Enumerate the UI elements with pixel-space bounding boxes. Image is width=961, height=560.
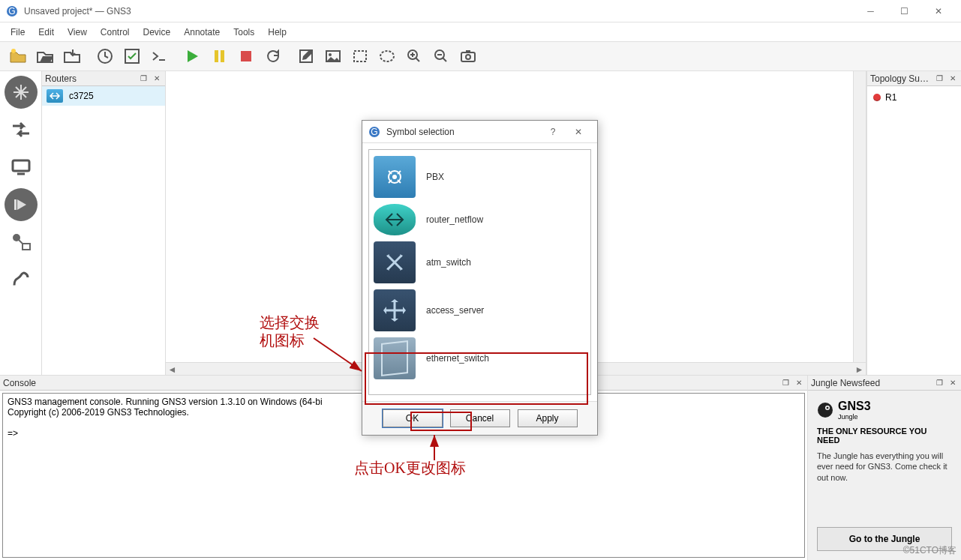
panel-close-icon[interactable]: ✕ <box>152 73 162 84</box>
routers-list: c3725 <box>42 86 165 375</box>
menu-control[interactable]: Control <box>95 25 136 39</box>
symbol-label: atm_switch <box>426 257 471 268</box>
symbol-item-access-server[interactable]: access_server <box>372 286 587 334</box>
svg-rect-19 <box>14 199 17 210</box>
apply-button[interactable]: Apply <box>518 409 578 427</box>
device-dock <box>0 71 42 375</box>
add-link-icon[interactable] <box>5 263 38 296</box>
newsfeed-panel-title: Jungle Newsfeed <box>811 378 931 388</box>
dialog-help-button[interactable]: ? <box>540 121 566 142</box>
svg-point-28 <box>392 175 397 179</box>
panel-close-icon[interactable]: ✕ <box>947 378 958 388</box>
play-icon[interactable] <box>179 43 206 69</box>
menu-file[interactable]: File <box>5 25 31 39</box>
topology-list: R1 <box>867 86 961 375</box>
scroll-right-icon[interactable]: ► <box>853 363 866 375</box>
svg-point-22 <box>818 403 833 418</box>
stop-icon[interactable] <box>233 43 260 69</box>
topology-item-r1[interactable]: R1 <box>872 91 956 104</box>
rect-select-icon[interactable] <box>347 43 374 69</box>
dialog-title-bar[interactable]: G Symbol selection ? ✕ <box>362 121 597 143</box>
panel-float-icon[interactable]: ❐ <box>934 378 944 388</box>
svg-rect-18 <box>13 160 29 171</box>
access-server-icon <box>374 289 416 331</box>
pbx-icon <box>374 156 416 198</box>
ellipse-select-icon[interactable] <box>374 43 401 69</box>
panel-close-icon[interactable]: ✕ <box>794 378 804 388</box>
topology-panel-title: Topology Su… <box>870 73 931 84</box>
maximize-button[interactable]: ☐ <box>887 0 921 22</box>
menu-tools[interactable]: Tools <box>227 25 260 39</box>
net-check-icon[interactable] <box>119 43 146 69</box>
symbol-item-router-netflow[interactable]: router_netflow <box>372 201 587 238</box>
panel-float-icon[interactable]: ❐ <box>780 378 791 388</box>
browse-switches-icon[interactable] <box>5 113 38 146</box>
svg-rect-7 <box>241 51 251 61</box>
cancel-button[interactable]: Cancel <box>450 409 510 427</box>
image-icon[interactable] <box>320 43 347 69</box>
svg-rect-17 <box>466 50 470 52</box>
dialog-title: Symbol selection <box>386 127 540 137</box>
menu-help[interactable]: Help <box>262 25 293 39</box>
router-item-c3725[interactable]: c3725 <box>42 86 165 106</box>
svg-rect-5 <box>215 50 218 62</box>
console-line: Copyright (c) 2006-2019 GNS3 Technologie… <box>8 407 189 418</box>
close-button[interactable]: ✕ <box>921 0 955 22</box>
svg-rect-21 <box>23 244 30 250</box>
vertical-scrollbar[interactable] <box>853 71 866 362</box>
menu-device[interactable]: Device <box>137 25 177 39</box>
refresh-icon[interactable] <box>260 43 287 69</box>
symbol-item-ethernet-switch[interactable]: ethernet_switch <box>372 334 587 382</box>
pause-icon[interactable] <box>206 43 233 69</box>
console-line: GNS3 management console. Running GNS3 ve… <box>8 397 323 407</box>
symbol-item-pbx[interactable]: PBX <box>372 153 587 201</box>
title-bar: G Unsaved project* — GNS3 ─ ☐ ✕ <box>0 0 961 22</box>
symbol-item-atm-switch[interactable]: atm_switch <box>372 238 587 286</box>
panel-float-icon[interactable]: ❐ <box>138 73 149 84</box>
jungle-logo: GNS3 Jungle <box>817 400 952 421</box>
menu-view[interactable]: View <box>62 25 93 39</box>
ok-button[interactable]: OK <box>383 409 443 427</box>
jungle-logo-sub: Jungle <box>838 413 871 421</box>
watermark: ©51CTO博客 <box>903 544 956 557</box>
atm-switch-icon <box>374 241 416 283</box>
minimize-button[interactable]: ─ <box>854 0 887 22</box>
svg-point-24 <box>827 407 829 409</box>
console-icon[interactable] <box>146 43 173 69</box>
screenshot-icon[interactable] <box>455 43 482 69</box>
browse-routers-icon[interactable] <box>5 76 38 109</box>
zoom-in-icon[interactable] <box>401 43 428 69</box>
menu-annotate[interactable]: Annotate <box>178 25 226 39</box>
zoom-out-icon[interactable] <box>428 43 455 69</box>
symbol-label: PBX <box>426 172 444 182</box>
note-icon[interactable] <box>293 43 320 69</box>
routers-panel: Routers ❐ ✕ c3725 <box>42 71 166 375</box>
svg-rect-15 <box>461 52 475 61</box>
panel-float-icon[interactable]: ❐ <box>934 73 944 84</box>
svg-point-10 <box>329 53 332 56</box>
menu-edit[interactable]: Edit <box>32 25 60 39</box>
svg-point-12 <box>380 51 394 61</box>
scroll-left-icon[interactable]: ◄ <box>166 363 179 375</box>
console-prompt: => <box>8 428 18 439</box>
newsfeed-headline: THE ONLY RESOURCE YOU NEED <box>817 427 952 445</box>
panel-close-icon[interactable]: ✕ <box>947 73 958 84</box>
browse-end-devices-icon[interactable] <box>5 151 38 184</box>
chameleon-icon <box>817 402 833 418</box>
reload-icon[interactable] <box>92 43 119 69</box>
newsfeed-panel: Jungle Newsfeed ❐ ✕ GNS3 Jungle THE ONLY… <box>808 376 961 560</box>
save-project-icon[interactable] <box>59 43 86 69</box>
browse-all-icon[interactable] <box>5 226 38 259</box>
open-project-icon[interactable] <box>32 43 59 69</box>
apply-button-label: Apply <box>536 413 558 424</box>
ethernet-switch-icon <box>374 337 416 379</box>
svg-point-16 <box>466 55 470 59</box>
new-project-icon[interactable] <box>5 43 32 69</box>
svg-point-2 <box>11 49 16 53</box>
svg-text:G: G <box>371 127 377 137</box>
browse-security-icon[interactable] <box>5 188 38 221</box>
router-icon <box>47 89 63 103</box>
dialog-close-button[interactable]: ✕ <box>566 121 591 142</box>
symbol-list[interactable]: PBX router_netflow atm_switch access_ser… <box>368 149 591 395</box>
toolbar <box>0 41 961 71</box>
